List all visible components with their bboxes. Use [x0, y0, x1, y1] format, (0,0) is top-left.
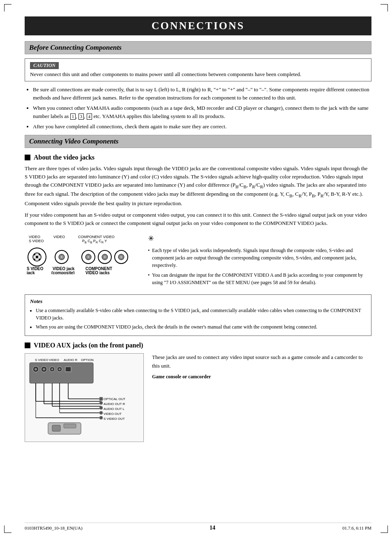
- sq-bullet-icon: [25, 343, 30, 348]
- corner-bl: [4, 525, 12, 533]
- jack-diagram-svg: VIDEO S VIDEO VIDEO COMPONENT VIDEO PB C…: [25, 233, 136, 274]
- jack-diagram-left: VIDEO S VIDEO VIDEO COMPONENT VIDEO PB C…: [25, 233, 140, 274]
- svg-point-38: [43, 368, 45, 370]
- svg-text:VIDEO: VIDEO: [29, 235, 40, 239]
- front-panel-svg: S VIDEO VIDEO AUDIO R OPTION: [28, 356, 138, 438]
- bullet-item: Be sure all connections are made correct…: [33, 86, 371, 102]
- front-panel-desc: These jacks are used to connect any vide…: [152, 353, 371, 370]
- jack-diagram-right: ✳ Each type of video jack works independ…: [148, 233, 371, 289]
- svg-text:COMPONENT VIDEO: COMPONENT VIDEO: [78, 235, 115, 239]
- section1-bullets: Be sure all connections are made correct…: [25, 86, 371, 131]
- bullet-text: Be sure all connections are made correct…: [33, 86, 369, 101]
- footer-right: 01.7.6, 6:11 PM: [342, 525, 371, 530]
- video-jacks-body2: If your video component has an S-video o…: [25, 211, 371, 227]
- bullet-item: When you connect other YAMAHA audio comp…: [33, 104, 371, 120]
- svg-text:(composite): (composite): [51, 271, 75, 274]
- main-title: CONNECTIONS: [25, 16, 371, 35]
- svg-text:S VIDEO: S VIDEO: [35, 358, 48, 362]
- num-box: 3: [78, 113, 84, 120]
- svg-text:S VIDEO: S VIDEO: [29, 239, 44, 243]
- section2-header: Connecting Video Components: [25, 135, 371, 148]
- svg-point-57: [99, 401, 103, 405]
- section1-header: Before Connecting Components: [25, 41, 371, 54]
- svg-rect-55: [99, 397, 103, 400]
- svg-text:OPTICAL OUT: OPTICAL OUT: [104, 397, 125, 401]
- svg-text:VIDEO: VIDEO: [49, 358, 59, 362]
- svg-point-11: [39, 259, 40, 260]
- front-panel-text: These jacks are used to connect any vide…: [152, 353, 371, 381]
- corner-br: [380, 525, 388, 533]
- svg-text:VIDEO OUT: VIDEO OUT: [104, 412, 122, 416]
- front-panel-area: S VIDEO VIDEO AUDIO R OPTION: [25, 353, 371, 442]
- note-bullet-2: You can designate the input for the COMP…: [148, 271, 371, 286]
- sun-note-icon: ✳: [148, 233, 371, 244]
- page-footer: 0103HTR5490_10-18_EN(UA) 14 01.7.6, 6:11…: [25, 523, 371, 531]
- svg-point-36: [35, 368, 37, 370]
- caution-text: Never connect this unit and other compon…: [30, 71, 366, 78]
- svg-rect-34: [30, 363, 93, 383]
- num-box: 4: [87, 113, 92, 120]
- svg-rect-69: [52, 425, 60, 431]
- svg-text:AUDIO OUT L: AUDIO OUT L: [104, 407, 125, 411]
- subheading-text: VIDEO AUX jacks (on the front panel): [34, 342, 143, 349]
- svg-point-61: [99, 411, 103, 414]
- caution-label: CAUTION: [30, 62, 59, 69]
- subheading-video-aux: VIDEO AUX jacks (on the front panel): [25, 342, 371, 349]
- svg-point-42: [59, 368, 61, 370]
- svg-point-9: [39, 254, 40, 255]
- footer-left: 0103HTR5490_10-18_EN(UA): [25, 525, 83, 530]
- svg-point-63: [99, 416, 103, 419]
- svg-text:S VIDEO OUT: S VIDEO OUT: [104, 417, 125, 421]
- video-jacks-body1: There are three types of video jacks. Vi…: [25, 164, 371, 208]
- svg-point-14: [61, 256, 62, 258]
- svg-text:AUDIO R: AUDIO R: [64, 358, 78, 362]
- notes-list: Use a commercially available S-video cab…: [30, 307, 366, 331]
- notes-item: Use a commercially available S-video cab…: [36, 307, 366, 322]
- notes-label: Notes: [30, 298, 366, 305]
- svg-text:AUDIO OUT R: AUDIO OUT R: [104, 402, 125, 406]
- svg-text:VIDEO jacks: VIDEO jacks: [85, 271, 110, 274]
- svg-point-23: [120, 256, 122, 258]
- num-box: 1: [70, 113, 76, 120]
- jack-diagram-area: VIDEO S VIDEO VIDEO COMPONENT VIDEO PB C…: [25, 233, 371, 289]
- bullet-text: After you have completed all connections…: [33, 123, 226, 130]
- corner-tr: [380, 4, 388, 12]
- caution-box: CAUTION Never connect this unit and othe…: [25, 58, 371, 81]
- svg-text:PB CB    PR CR  Y: PB CB PR CR Y: [82, 239, 107, 244]
- svg-point-7: [36, 256, 38, 258]
- svg-text:OPTION: OPTION: [81, 358, 94, 362]
- corner-tl: [4, 4, 12, 12]
- svg-point-59: [99, 406, 103, 410]
- svg-point-40: [51, 368, 53, 370]
- svg-rect-70: [64, 424, 76, 428]
- bullet-item: After you have completed all connections…: [33, 123, 371, 131]
- bullet-text: When you connect other YAMAHA audio comp…: [33, 105, 369, 119]
- sq-bullet-icon: [25, 155, 30, 160]
- notes-item: When you are using the COMPONENT VIDEO j…: [36, 323, 366, 331]
- svg-point-10: [34, 259, 35, 260]
- subheading-text: About the video jacks: [34, 154, 95, 161]
- footer-page-number: 14: [210, 525, 215, 531]
- svg-point-17: [88, 256, 89, 258]
- game-label: Game console or camcorder: [152, 373, 371, 381]
- svg-point-20: [104, 256, 106, 258]
- notes-box: Notes Use a commercially available S-vid…: [25, 294, 371, 336]
- svg-text:VIDEO: VIDEO: [53, 235, 65, 239]
- svg-rect-43: [65, 367, 71, 372]
- svg-text:jack: jack: [26, 271, 35, 274]
- front-panel-diagram: S VIDEO VIDEO AUDIO R OPTION: [25, 353, 144, 442]
- subheading-video-jacks: About the video jacks: [25, 154, 371, 161]
- page: CONNECTIONS Before Connecting Components…: [0, 0, 392, 537]
- note-bullet-1: Each type of video jack works independen…: [148, 247, 371, 269]
- svg-point-8: [34, 254, 35, 255]
